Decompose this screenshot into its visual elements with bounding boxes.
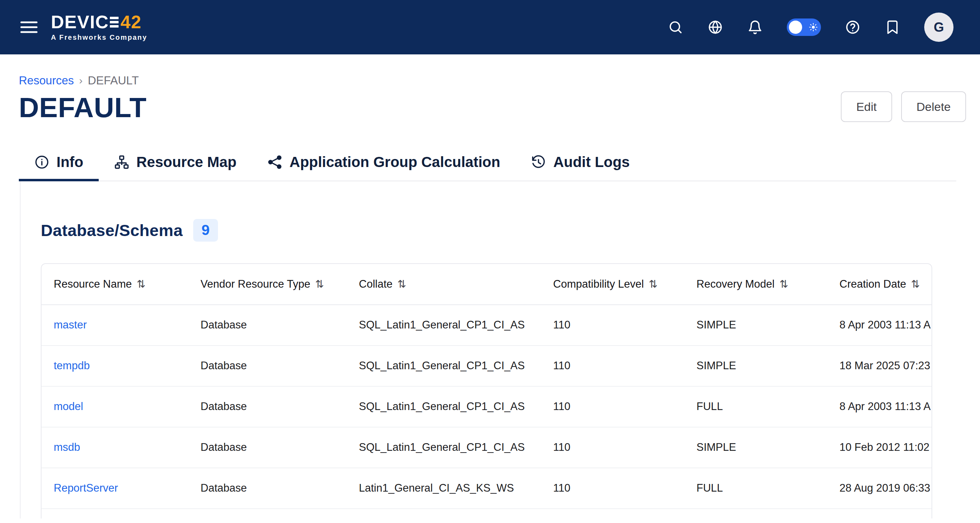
tab-application-group-calculation[interactable]: Application Group Calculation — [252, 145, 515, 181]
cell-compatibility-level: 110 — [541, 468, 684, 509]
tab-application-group-calculation-label: Application Group Calculation — [290, 154, 500, 170]
tab-resource-map[interactable]: Resource Map — [99, 145, 252, 181]
globe-icon[interactable] — [707, 19, 723, 35]
tab-audit-logs[interactable]: Audit Logs — [515, 145, 645, 181]
network-nodes-icon — [267, 154, 283, 170]
cell-recovery-model: FULL — [684, 386, 827, 427]
resource-link[interactable]: master — [54, 319, 87, 331]
logo-text-42: 42 — [120, 13, 142, 31]
page-header: Resources › DEFAULT DEFAULT Edit Delete — [0, 54, 980, 123]
column-header-compatibility-level[interactable]: Compatibility Level⇅ — [541, 264, 684, 305]
edit-button[interactable]: Edit — [841, 91, 892, 122]
history-icon — [531, 154, 546, 170]
sun-icon — [809, 23, 818, 32]
section-header: Database/Schema 9 — [41, 181, 980, 242]
cell-compatibility-level: 110 — [541, 345, 684, 386]
cell-vendor-resource-type: Database — [188, 468, 347, 509]
table-header-row: Resource Name⇅ Vendor Resource Type⇅ Col… — [41, 264, 932, 305]
top-navbar: DEVIC42 A Freshworks Company — [0, 0, 980, 54]
database-schema-table: Resource Name⇅ Vendor Resource Type⇅ Col… — [41, 263, 932, 518]
column-header-vendor-resource-type[interactable]: Vendor Resource Type⇅ — [188, 264, 347, 305]
main-content: Resources › DEFAULT DEFAULT Edit Delete … — [0, 54, 980, 518]
tab-audit-logs-label: Audit Logs — [553, 154, 630, 170]
cell-collate: SQL_Latin1_General_CP1_CI_AS — [347, 427, 541, 468]
cell-creation-date: 10 Feb 2012 11:02 — [827, 427, 932, 468]
sort-icon[interactable]: ⇅ — [780, 278, 788, 290]
column-header-collate[interactable]: Collate⇅ — [347, 264, 541, 305]
logo-wordmark: DEVIC42 — [51, 13, 147, 31]
delete-button[interactable]: Delete — [901, 91, 966, 122]
sort-icon[interactable]: ⇅ — [315, 278, 324, 290]
table-row: ReportServer Database Latin1_General_CI_… — [41, 468, 932, 509]
resource-link[interactable]: ReportServer — [54, 482, 118, 494]
column-header-creation-date[interactable]: Creation Date⇅ — [827, 264, 932, 305]
cell-creation-date: 18 Mar 2025 07:23 — [827, 345, 932, 386]
cell-creation-date: 28 Aug 2019 06:33 — [827, 468, 932, 509]
info-icon — [34, 154, 49, 170]
table-row: model Database SQL_Latin1_General_CP1_CI… — [41, 386, 932, 427]
resource-link[interactable]: model — [54, 400, 83, 412]
breadcrumb-separator: › — [79, 75, 83, 86]
tab-bar: Info Resource Map Application Group Ca — [19, 145, 956, 181]
bell-icon[interactable] — [747, 19, 763, 35]
page-title: DEFAULT — [19, 93, 966, 123]
cell-recovery-model: SIMPLE — [684, 427, 827, 468]
cell-compatibility-level: 110 — [541, 386, 684, 427]
cell-compatibility-level: 110 — [541, 305, 684, 345]
logo-subtitle: A Freshworks Company — [51, 33, 147, 41]
column-header-resource-name[interactable]: Resource Name⇅ — [41, 264, 188, 305]
sort-icon[interactable]: ⇅ — [911, 278, 920, 290]
cell-collate: SQL_Latin1_General_CP1_CI_AS — [347, 345, 541, 386]
cell-collate: Latin1_General_CI_AS_KS_WS — [347, 468, 541, 509]
count-badge: 9 — [193, 219, 218, 242]
cell-vendor-resource-type: Database — [188, 345, 347, 386]
sort-icon[interactable]: ⇅ — [398, 278, 406, 290]
avatar-initial: G — [934, 20, 944, 35]
section-title: Database/Schema — [41, 221, 183, 240]
cell-recovery-model: SIMPLE — [684, 345, 827, 386]
cell-collate: SQL_Latin1_General_CP1_CI_AS — [347, 305, 541, 345]
tab-info-label: Info — [57, 154, 83, 170]
tab-info[interactable]: Info — [19, 145, 99, 181]
search-icon[interactable] — [668, 19, 684, 35]
hamburger-menu-icon[interactable] — [19, 19, 38, 35]
table-row: msdb Database SQL_Latin1_General_CP1_CI_… — [41, 427, 932, 468]
bookmark-icon[interactable] — [885, 19, 900, 35]
sort-icon[interactable]: ⇅ — [649, 278, 657, 290]
resource-link[interactable]: msdb — [54, 441, 80, 453]
breadcrumb: Resources › DEFAULT — [19, 74, 966, 87]
breadcrumb-resources-link[interactable]: Resources — [19, 74, 74, 87]
sitemap-icon — [114, 154, 129, 170]
cell-recovery-model: SIMPLE — [684, 305, 827, 345]
cell-collate: SQL_Latin1_General_CP1_CI_AS — [347, 386, 541, 427]
user-avatar[interactable]: G — [924, 13, 953, 42]
theme-toggle[interactable] — [787, 19, 821, 36]
cell-recovery-model: FULL — [684, 468, 827, 509]
topbar-actions: G — [668, 13, 953, 42]
cell-vendor-resource-type: Database — [188, 427, 347, 468]
logo-e-icon — [110, 17, 119, 27]
column-header-recovery-model[interactable]: Recovery Model⇅ — [684, 264, 827, 305]
tab-resource-map-label: Resource Map — [136, 154, 237, 170]
page-actions: Edit Delete — [841, 91, 966, 122]
cell-compatibility-level: 110 — [541, 427, 684, 468]
sort-icon[interactable]: ⇅ — [137, 278, 145, 290]
table-row: tempdb Database SQL_Latin1_General_CP1_C… — [41, 345, 932, 386]
logo-text-devic: DEVIC — [51, 13, 109, 31]
content-panel: Database/Schema 9 Resource Name⇅ Vendor … — [20, 181, 980, 518]
cell-creation-date: 8 Apr 2003 11:13 A — [827, 305, 932, 345]
resource-link[interactable]: tempdb — [54, 359, 90, 372]
cell-creation-date: 8 Apr 2003 11:13 A — [827, 386, 932, 427]
toggle-knob — [789, 21, 802, 34]
cell-vendor-resource-type: Database — [188, 305, 347, 345]
cell-vendor-resource-type: Database — [188, 386, 347, 427]
device42-logo[interactable]: DEVIC42 A Freshworks Company — [51, 13, 147, 41]
table-row: master Database SQL_Latin1_General_CP1_C… — [41, 305, 932, 345]
breadcrumb-current: DEFAULT — [88, 74, 139, 87]
help-icon[interactable] — [845, 19, 861, 35]
